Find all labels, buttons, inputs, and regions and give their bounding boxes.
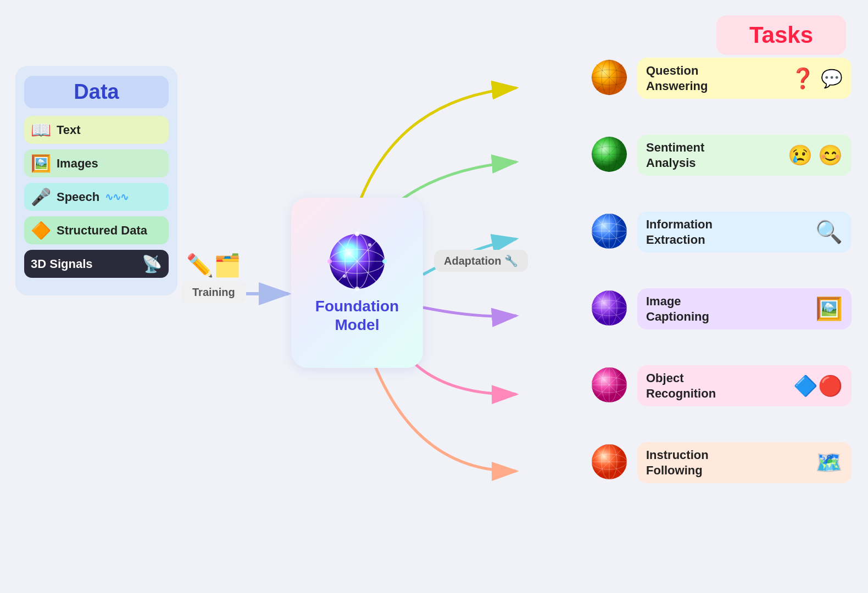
qa-chat-icon: 💬 — [821, 68, 843, 89]
sad-face-icon: 😢 — [788, 144, 813, 167]
data-title: Data — [74, 80, 119, 103]
adaptation-box: Adaptation 🔧 — [434, 250, 528, 272]
map-icon: 🗺️ — [815, 450, 843, 475]
training-label: Training — [181, 282, 246, 303]
sphere-sa — [591, 136, 628, 173]
adaptation-label: Adaptation — [444, 255, 501, 267]
svg-point-15 — [355, 232, 359, 236]
training-box: ✏️🗂️ Training — [181, 253, 246, 303]
sphere-if — [591, 443, 628, 480]
signals-label: 3D Signals — [31, 257, 136, 271]
happy-face-icon: 😊 — [818, 144, 843, 167]
speech-label: Speech — [57, 190, 99, 204]
router-icon: 📡 — [142, 254, 162, 273]
task-card-qa: QuestionAnswering ❓ 💬 — [637, 58, 852, 99]
task-card-if: InstructionFollowing 🗺️ — [637, 442, 852, 483]
speech-icon: 🎤 — [31, 187, 51, 206]
svg-point-17 — [355, 287, 359, 291]
struct-icon: 🔶 — [31, 221, 51, 240]
shapes-icon: 🔷🔴 — [793, 374, 843, 398]
sphere-ic — [591, 289, 628, 327]
qa-icon: ❓ — [791, 67, 815, 90]
qa-label: QuestionAnswering — [646, 63, 785, 93]
book-icon: 📖 — [31, 120, 51, 139]
task-card-sa: SentimentAnalysis 😢 😊 — [637, 135, 852, 176]
task-card-ie: InformationExtraction 🔍 — [637, 211, 852, 253]
svg-point-18 — [327, 259, 332, 264]
ic-label: ImageCaptioning — [646, 294, 810, 324]
data-item-structured: 🔶 Structured Data — [24, 216, 169, 244]
image-icon: 🖼️ — [31, 154, 51, 173]
data-item-images: 🖼️ Images — [24, 149, 169, 177]
wave-icon: ∿∿∿ — [105, 191, 128, 203]
adaptation-icon: 🔧 — [504, 255, 518, 267]
data-panel: Data 📖 Text 🖼️ Images 🎤 Speech ∿∿∿ 🔶 Str… — [15, 66, 177, 295]
data-header: Data — [24, 76, 169, 108]
svg-point-16 — [382, 259, 387, 264]
sphere-qa — [591, 59, 628, 96]
sphere-or — [591, 366, 628, 404]
sphere-ie — [591, 212, 628, 250]
fm-title: FoundationModel — [315, 297, 399, 334]
task-card-or: ObjectRecognition 🔷🔴 — [637, 365, 852, 406]
task-card-ic: ImageCaptioning 🖼️ — [637, 288, 852, 329]
struct-label: Structured Data — [57, 223, 147, 238]
foundation-model-box: FoundationModel — [291, 198, 423, 368]
training-icon: ✏️🗂️ — [186, 253, 241, 278]
or-label: ObjectRecognition — [646, 371, 788, 401]
ie-label: InformationExtraction — [646, 217, 810, 247]
tasks-title-box: Tasks — [716, 15, 846, 55]
tasks-title: Tasks — [749, 22, 813, 48]
svg-point-20 — [343, 275, 346, 278]
sa-label: SentimentAnalysis — [646, 140, 782, 170]
image-caption-icon: 🖼️ — [815, 296, 843, 322]
text-label: Text — [57, 123, 81, 137]
fm-sphere — [327, 231, 387, 292]
svg-point-19 — [368, 243, 371, 247]
images-label: Images — [57, 156, 98, 171]
if-label: InstructionFollowing — [646, 447, 810, 478]
data-item-3dsignals: 3D Signals 📡 — [24, 250, 169, 278]
data-item-text: 📖 Text — [24, 116, 169, 144]
data-item-speech: 🎤 Speech ∿∿∿ — [24, 183, 169, 211]
magnifier-icon: 🔍 — [815, 219, 843, 245]
